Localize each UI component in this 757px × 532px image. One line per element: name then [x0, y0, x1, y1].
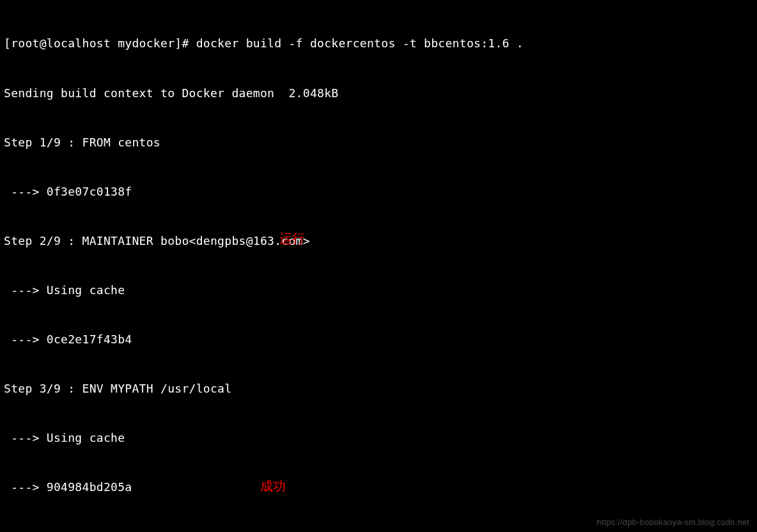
annotation-success: 成功	[260, 478, 286, 495]
terminal-line: ---> 904984bd205a	[4, 479, 753, 496]
terminal-line: ---> 0f3e07c0138f	[4, 184, 753, 200]
terminal-window[interactable]: [root@localhost mydocker]# docker build …	[0, 0, 757, 532]
terminal-line: ---> 0ce2e17f43b4	[4, 331, 753, 348]
terminal-line: [root@localhost mydocker]# docker build …	[4, 35, 753, 52]
terminal-line: Step 4/9 : WORKDIR $MYPATH	[4, 529, 753, 533]
watermark-text: https://dpb-bobokaoya-sm.blog.csdn.net	[597, 517, 749, 527]
terminal-line: Step 2/9 : MAINTAINER bobo<dengpbs@163.c…	[4, 233, 753, 249]
terminal-line: ---> Using cache	[4, 430, 753, 446]
terminal-line: ---> Using cache	[4, 282, 753, 299]
terminal-line: Sending build context to Docker daemon 2…	[4, 85, 753, 102]
annotation-run: 运行	[279, 230, 305, 247]
terminal-line: Step 1/9 : FROM centos	[4, 134, 753, 151]
terminal-line: Step 3/9 : ENV MYPATH /usr/local	[4, 380, 753, 397]
